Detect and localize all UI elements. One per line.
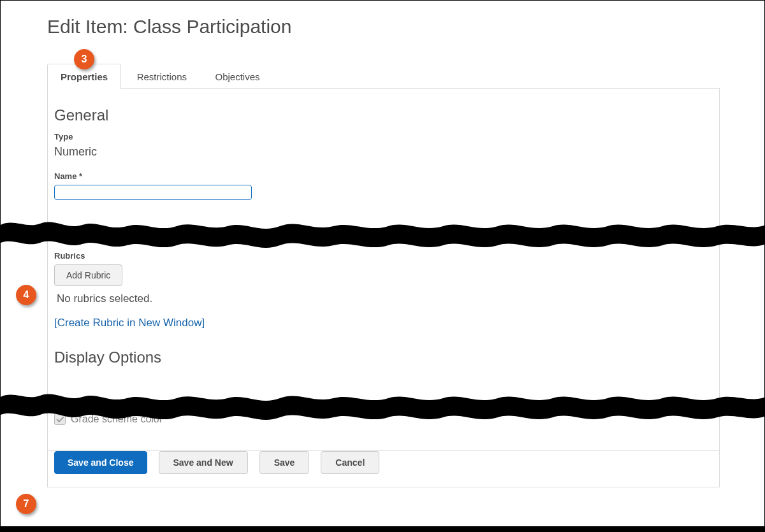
callout-badge-4: 4 bbox=[16, 285, 36, 305]
page-root: Edit Item: Class Participation 3 Propert… bbox=[1, 1, 764, 531]
properties-panel: General Type Numeric Name * Rubrics Add … bbox=[47, 89, 720, 451]
window-bottom-shadow bbox=[1, 526, 764, 531]
cancel-button[interactable]: Cancel bbox=[321, 451, 379, 474]
tab-restrictions[interactable]: Restrictions bbox=[124, 64, 200, 90]
required-marker: * bbox=[79, 171, 82, 181]
type-value: Numeric bbox=[54, 145, 713, 159]
add-rubric-button[interactable]: Add Rubric bbox=[54, 264, 122, 286]
no-rubrics-text: No rubrics selected. bbox=[57, 292, 713, 305]
tab-bar: Properties Restrictions Objectives bbox=[47, 63, 720, 89]
footer: Save and Close Save and New Save Cancel bbox=[47, 451, 720, 487]
grade-scheme-color-label: Grade scheme color bbox=[71, 413, 163, 425]
grade-scheme-color-checkbox[interactable] bbox=[54, 413, 66, 425]
save-and-close-button[interactable]: Save and Close bbox=[54, 451, 147, 474]
section-general-heading: General bbox=[54, 106, 713, 124]
tab-objectives[interactable]: Objectives bbox=[202, 64, 272, 90]
name-label-text: Name bbox=[54, 171, 79, 181]
grade-scheme-color-row: Grade scheme color bbox=[54, 413, 713, 425]
save-button[interactable]: Save bbox=[259, 451, 310, 474]
save-and-new-button[interactable]: Save and New bbox=[159, 451, 248, 474]
section-display-heading: Display Options bbox=[54, 349, 713, 366]
callout-badge-3: 3 bbox=[74, 49, 94, 69]
create-rubric-link[interactable]: [Create Rubric in New Window] bbox=[54, 317, 713, 329]
callout-badge-7: 7 bbox=[16, 494, 36, 514]
type-label: Type bbox=[54, 132, 713, 141]
page-title: Edit Item: Class Participation bbox=[47, 16, 764, 38]
name-input[interactable] bbox=[54, 185, 252, 200]
rubrics-label: Rubrics bbox=[54, 251, 713, 261]
name-label: Name * bbox=[54, 171, 713, 181]
